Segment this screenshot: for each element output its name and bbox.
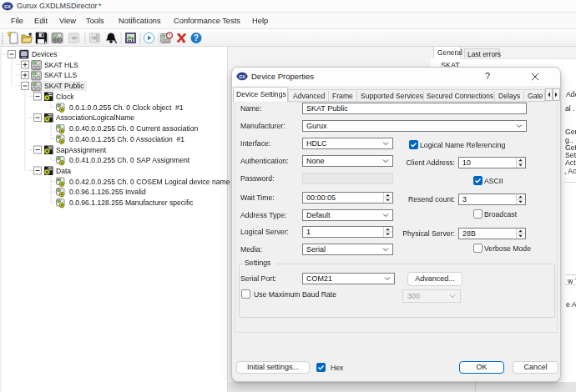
- svg-text:GX: GX: [239, 74, 245, 79]
- svg-text:?: ?: [194, 33, 199, 43]
- svg-text:GX: GX: [4, 4, 11, 9]
